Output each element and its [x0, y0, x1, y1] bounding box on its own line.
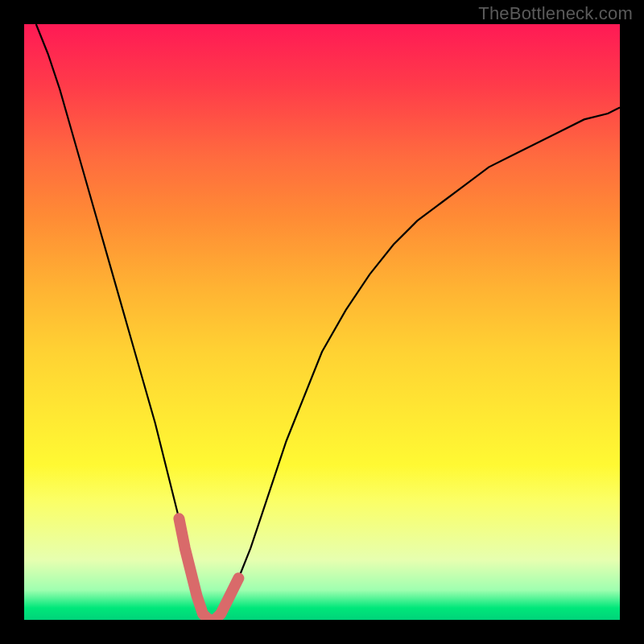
bottleneck-curve — [36, 24, 620, 620]
plot-area — [24, 24, 620, 620]
curve-layer — [24, 24, 620, 620]
watermark-text: TheBottleneck.com — [478, 3, 633, 24]
highlight-segment — [179, 518, 238, 620]
chart-stage: TheBottleneck.com — [0, 0, 644, 644]
